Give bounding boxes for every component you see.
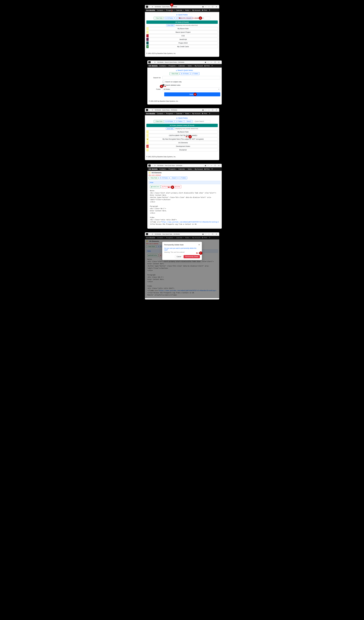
minimize-button[interactable]: — <box>207 109 211 111</box>
more-icon[interactable]: ⋯ <box>207 165 210 166</box>
nav-notes[interactable]: Notes <box>185 113 191 114</box>
note-row[interactable]: CSS <box>146 34 218 37</box>
extension-icon[interactable]: ▣ <box>202 109 204 111</box>
nav-print[interactable]: 🖶 Print <box>204 65 210 67</box>
extension-icon[interactable]: ▣ <box>204 165 207 166</box>
minimize-button[interactable]: — <box>207 233 211 235</box>
maximize-button[interactable]: ☐ <box>211 109 214 111</box>
nav-prospects[interactable]: Prospects <box>166 113 175 114</box>
all-notes-button[interactable]: 🗎 All Notes <box>159 177 169 179</box>
nav-contacts[interactable]: Contacts <box>157 9 165 11</box>
note-row-label[interactable]: Disclaimer <box>149 148 218 151</box>
brand[interactable]: OA Mobile <box>146 112 155 115</box>
nav-calendar[interactable]: Calendar <box>178 168 186 170</box>
refresh-button[interactable]: ⟳ <box>154 61 156 63</box>
all-notes-button[interactable]: 🗎 All Notes <box>164 17 174 19</box>
extension-icon[interactable]: ▣ <box>204 61 207 63</box>
nav-my-account[interactable]: My Account <box>195 168 203 170</box>
nav-prospects[interactable]: Prospects <box>168 65 177 67</box>
all-notes-button[interactable]: 🗎 All Notes <box>180 72 190 75</box>
nav-calendar[interactable]: Calendar <box>176 9 184 11</box>
back-button[interactable]: ← <box>149 233 151 235</box>
undelete-button[interactable]: ▣ Undelete <box>150 185 161 188</box>
nav-calendar[interactable]: Calendar <box>176 113 184 114</box>
refresh-button[interactable]: ⟳ <box>154 165 156 167</box>
note-row-label[interactable]: My Bacon Note <box>149 130 218 133</box>
nav-print[interactable]: 🖶 Print <box>202 113 207 114</box>
minimize-button[interactable]: — <box>210 165 213 166</box>
note-row-label[interactable]: My Credit Cards <box>149 45 218 48</box>
subject-only-checkbox[interactable] <box>163 81 164 83</box>
embed-link[interactable]: https://www.youtube.com/embed/pWrhnUmfAf… <box>162 221 219 223</box>
back-button[interactable]: ← <box>149 6 151 8</box>
modal-close-button[interactable]: ✕ <box>198 244 200 246</box>
nav-help[interactable]: ? <box>212 65 212 67</box>
refresh-button[interactable]: ⟳ <box>152 6 153 8</box>
nav-prospects[interactable]: Prospects <box>166 9 175 11</box>
note-row-label[interactable]: CSS <box>149 34 218 37</box>
more-icon[interactable]: ⋯ <box>204 109 207 111</box>
brand[interactable]: OA Mobile <box>149 65 158 67</box>
nav-contacts[interactable]: Contacts <box>159 168 167 170</box>
maximize-button[interactable]: ☐ <box>211 6 214 8</box>
new-note-button[interactable]: + New Note <box>154 17 164 19</box>
note-row[interactable]: My Bacon Note <box>146 130 218 133</box>
folders-button[interactable]: 🗀 Folders <box>191 72 199 75</box>
close-button[interactable]: ✕ <box>214 233 218 235</box>
nav-print[interactable]: 🖶 Print <box>202 9 207 11</box>
search-for-input[interactable] <box>163 76 220 79</box>
nav-help[interactable]: ? <box>212 168 212 170</box>
minimize-button[interactable]: — <box>210 61 213 63</box>
note-row[interactable]: My New Encrypted Note (This subject is '… <box>146 138 218 141</box>
more-icon[interactable]: ⋯ <box>204 6 207 8</box>
note-row[interactable]: Project 4015 <box>146 41 218 45</box>
note-row-label[interactable]: Project 4015 <box>149 41 218 45</box>
note-row[interactable]: UG Elements <box>146 141 218 144</box>
close-button[interactable]: ✕ <box>217 165 221 166</box>
maximize-button[interactable]: ☐ <box>213 165 217 166</box>
back-button[interactable]: ← <box>151 61 153 63</box>
nav-my-account[interactable]: My Account <box>192 113 200 114</box>
nav-notes[interactable]: Notes <box>185 9 191 11</box>
note-row[interactable]: JavaScript <box>146 38 218 41</box>
show-date-button[interactable]: show date <box>166 128 174 130</box>
back-button[interactable]: ← <box>151 165 153 167</box>
close-button[interactable]: ✕ <box>217 61 221 63</box>
nav-prospects[interactable]: Prospects <box>168 168 177 170</box>
maximize-button[interactable]: ☐ <box>213 61 217 63</box>
show-date-button[interactable]: show date <box>166 24 175 26</box>
modal-cancel-button[interactable]: Cancel <box>175 255 183 258</box>
all-notes-button[interactable]: 🗎 All Notes <box>164 120 174 123</box>
nav-print[interactable]: 🖶 Print <box>204 168 210 170</box>
note-row-label[interactable]: JavaScript <box>149 38 218 41</box>
folders-button[interactable]: 🗀 Folders <box>178 177 187 179</box>
nav-notes[interactable]: Notes <box>188 65 193 67</box>
note-row[interactable]: Development Notes <box>146 145 218 148</box>
note-row-label[interactable]: UG Elements <box>149 141 218 144</box>
modal-confirm-button[interactable]: Permenently Delete <box>183 255 200 258</box>
note-row[interactable]: My Bacon Note <box>146 27 218 30</box>
refresh-button[interactable]: ⟳ <box>152 109 153 111</box>
search-submit-button[interactable]: Search <box>164 92 220 96</box>
nav-contacts[interactable]: Contacts <box>159 65 167 67</box>
minimize-button[interactable]: — <box>207 6 211 8</box>
maximize-button[interactable]: ☐ <box>211 233 214 235</box>
close-button[interactable]: ✕ <box>214 109 218 111</box>
note-row-label[interactable]: Bacon Ipsum Project <box>149 31 218 34</box>
folders-button[interactable]: 🗀 Folders <box>175 120 184 123</box>
back-button[interactable]: ← <box>149 109 151 111</box>
note-row-label[interactable]: C63TK-8J8KR-TW77B-RM8DK-64WDJ <box>149 134 218 137</box>
brand[interactable]: OA Mobile <box>149 168 158 170</box>
refresh-button[interactable]: ⟳ <box>152 233 153 235</box>
quick-search-input[interactable]: ⌕ Quick Search <box>193 120 210 123</box>
note-row-label[interactable]: Development Notes <box>149 145 218 148</box>
note-row[interactable]: C63TK-8J8KR-TW77B-RM8DK-64WDJ <box>146 134 218 137</box>
nav-help[interactable]: ? <box>209 113 210 114</box>
note-row[interactable]: Bacon Ipsum Project <box>146 31 218 34</box>
search-button[interactable]: ⌕ Search <box>184 120 193 123</box>
note-row-label[interactable]: My Bacon Note <box>149 27 218 30</box>
nav-help[interactable]: ? <box>209 9 210 11</box>
note-row[interactable]: My Credit Cards <box>146 45 218 48</box>
more-icon[interactable]: ⋯ <box>207 61 210 63</box>
extension-icon[interactable]: ▣ <box>202 6 204 8</box>
